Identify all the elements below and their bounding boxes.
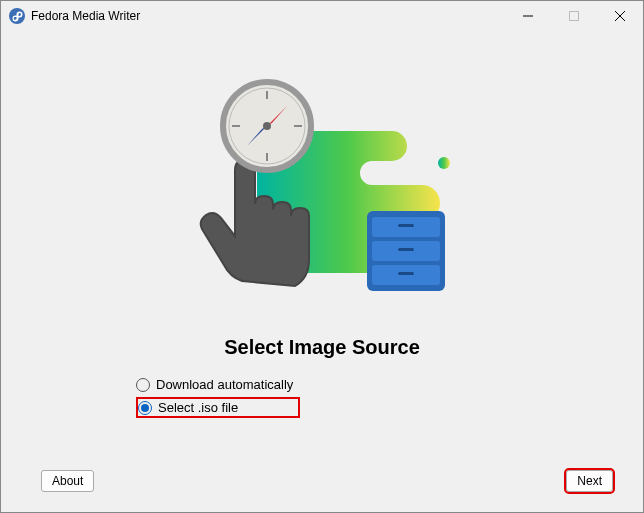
footer: About Next: [41, 470, 613, 492]
fedora-icon: [9, 8, 25, 24]
next-button[interactable]: Next: [566, 470, 613, 492]
source-options: Download automatically Select .iso file: [136, 376, 300, 422]
radio-icon: [138, 401, 152, 415]
radio-label: Select .iso file: [158, 400, 238, 415]
svg-point-14: [263, 122, 271, 130]
window-title: Fedora Media Writer: [31, 9, 505, 23]
drawer-icon: [367, 211, 445, 291]
maximize-button: [551, 1, 597, 31]
content-area: Select Image Source Download automatical…: [1, 31, 643, 512]
compass-icon: [223, 82, 311, 170]
page-heading: Select Image Source: [1, 336, 643, 359]
svg-point-5: [438, 157, 450, 169]
close-button[interactable]: [597, 1, 643, 31]
radio-select-iso-file[interactable]: Select .iso file: [136, 397, 300, 418]
hero-illustration: [172, 71, 472, 311]
svg-rect-20: [398, 248, 414, 251]
svg-rect-21: [398, 272, 414, 275]
about-button[interactable]: About: [41, 470, 94, 492]
titlebar: Fedora Media Writer: [1, 1, 643, 31]
svg-rect-2: [570, 12, 579, 21]
radio-icon: [136, 378, 150, 392]
minimize-button[interactable]: [505, 1, 551, 31]
svg-rect-19: [398, 224, 414, 227]
radio-download-automatically[interactable]: Download automatically: [136, 376, 300, 393]
window-controls: [505, 1, 643, 31]
radio-label: Download automatically: [156, 377, 293, 392]
